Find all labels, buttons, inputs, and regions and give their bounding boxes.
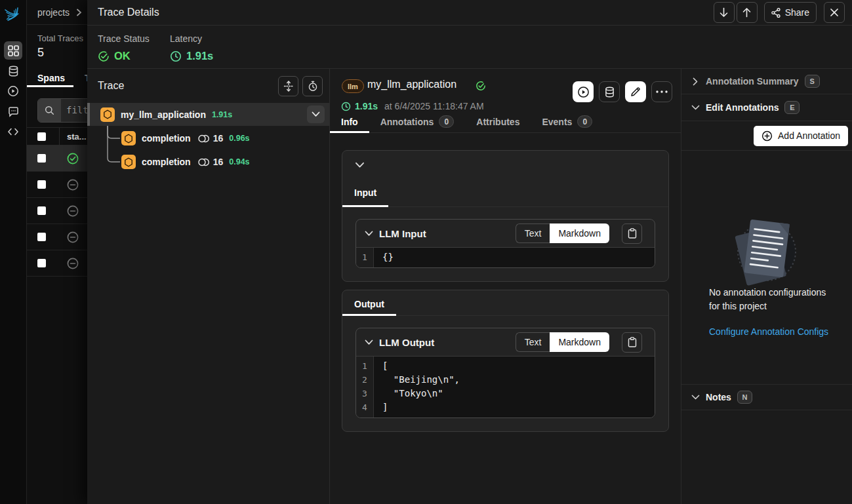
table-row[interactable]	[27, 224, 87, 250]
phoenix-logo[interactable]	[3, 5, 23, 24]
check-circle-icon	[98, 50, 110, 62]
tab-annotations[interactable]: Annotations 0	[369, 112, 466, 133]
code-line: [	[382, 359, 655, 373]
table-row[interactable]	[27, 250, 87, 277]
token-count: 16	[213, 157, 224, 167]
line-number: 3	[356, 387, 373, 400]
database-icon	[604, 87, 615, 98]
code-line: ]	[382, 400, 655, 414]
filter-input[interactable]: filter...	[37, 98, 87, 123]
replay-button[interactable]	[573, 81, 594, 102]
close-button[interactable]	[824, 2, 845, 23]
table-row[interactable]	[27, 172, 87, 198]
spans-table-header: sta...	[27, 127, 87, 145]
dataset-button[interactable]	[599, 81, 620, 102]
nav-playground-icon[interactable]	[4, 82, 22, 100]
span-kind-chip: llm	[342, 79, 364, 93]
tree-row-child[interactable]: completion 16 0.94s	[87, 150, 329, 174]
expand-collapse-button[interactable]	[278, 76, 298, 96]
copy-button[interactable]	[622, 332, 642, 353]
add-annotation-row: Add Annotation	[681, 121, 852, 151]
llm-output-code: 1 2 3 4 [ "Beijing\n", "Tokyo\n" ]	[356, 356, 655, 417]
collapse-children-button[interactable]	[307, 106, 325, 123]
code-line: "Tokyo\n"	[382, 387, 655, 400]
token-count-icon	[198, 158, 210, 166]
row-checkbox[interactable]	[37, 154, 46, 163]
clock-icon	[341, 102, 351, 111]
close-icon	[830, 8, 839, 17]
code-line: {}	[382, 250, 655, 264]
edit-annotations-button[interactable]	[625, 81, 646, 102]
next-trace-button[interactable]	[737, 2, 758, 23]
tree-row-root[interactable]: my_llm_application 1.91s	[87, 103, 329, 126]
span-detail-header: llm my_llm_application 1.91s at 6/4/2025…	[330, 69, 681, 133]
spans-table: sta...	[27, 127, 87, 277]
edit-annotations-label: Edit Annotations	[706, 102, 779, 113]
token-count-icon	[198, 134, 210, 143]
status-unset-icon	[66, 178, 79, 191]
select-all-checkbox[interactable]	[37, 132, 46, 141]
nav-datasets-icon[interactable]	[4, 62, 22, 80]
row-checkbox[interactable]	[37, 206, 46, 215]
share-icon	[771, 8, 781, 18]
chevron-down-icon[interactable]	[365, 339, 373, 345]
status-column-header[interactable]: sta...	[67, 132, 87, 142]
clock-icon	[170, 50, 182, 62]
input-tab[interactable]: Input	[342, 178, 388, 207]
notes-section[interactable]: Notes N	[681, 385, 852, 410]
nav-apis-icon[interactable]	[4, 123, 22, 141]
root-span-name: my_llm_application	[121, 109, 206, 120]
chevron-down-icon[interactable]	[365, 231, 373, 237]
output-tab[interactable]: Output	[342, 290, 396, 316]
line-number: 2	[356, 373, 373, 387]
tab-events[interactable]: Events 0	[531, 112, 603, 133]
add-annotation-button[interactable]: Add Annotation	[754, 126, 848, 146]
copy-button[interactable]	[622, 223, 642, 244]
table-row[interactable]	[27, 145, 87, 172]
child-span-name: completion	[142, 157, 191, 167]
text-toggle[interactable]: Text	[516, 223, 550, 243]
latency-value: 1.91s	[186, 50, 213, 62]
child-span-duration: 0.94s	[229, 157, 249, 166]
chevron-down-icon	[312, 111, 320, 117]
line-number: 1	[356, 250, 373, 264]
status-unset-icon	[66, 231, 79, 244]
nav-prompts-icon[interactable]	[4, 102, 22, 121]
events-count-badge: 0	[577, 115, 592, 128]
play-circle-icon	[577, 86, 590, 98]
more-actions-button[interactable]	[651, 81, 672, 102]
row-checkbox[interactable]	[37, 180, 46, 189]
tab-spans[interactable]: Spans	[37, 73, 65, 83]
annotations-count-badge: 0	[439, 115, 454, 128]
edit-annotations-section[interactable]: Edit Annotations E	[681, 94, 852, 121]
status-unset-icon	[66, 204, 79, 218]
tab-attributes[interactable]: Attributes	[465, 112, 531, 133]
configure-annotation-configs-link[interactable]: Configure Annotation Configs	[709, 326, 828, 337]
llm-span-icon	[121, 155, 136, 169]
tree-row-child[interactable]: completion 16 0.96s	[87, 126, 329, 150]
tab-info[interactable]: Info	[330, 112, 369, 133]
collapse-section-button[interactable]	[342, 151, 668, 178]
annotations-empty-state: No annotation configurations for this pr…	[681, 151, 852, 385]
row-checkbox[interactable]	[37, 259, 46, 267]
previous-trace-button[interactable]	[714, 2, 735, 23]
nav-projects-grid-icon[interactable]	[4, 41, 22, 60]
ellipsis-icon	[656, 90, 668, 93]
annotation-summary-section[interactable]: Annotation Summary S	[681, 69, 852, 94]
llm-output-title: LLM Output	[379, 337, 434, 348]
share-button[interactable]: Share	[764, 2, 817, 23]
input-view-toggle: Text Markdown	[516, 223, 609, 243]
row-checkbox[interactable]	[37, 233, 46, 241]
table-row[interactable]	[27, 198, 87, 224]
markdown-toggle[interactable]: Markdown	[550, 332, 609, 352]
markdown-toggle[interactable]: Markdown	[550, 223, 609, 243]
timing-button[interactable]	[302, 76, 323, 96]
breadcrumb-projects[interactable]: projects	[37, 7, 70, 18]
span-title: my_llm_application	[367, 79, 456, 90]
chevron-right-icon	[693, 77, 698, 86]
filter-placeholder: filter...	[61, 99, 87, 122]
span-timestamp: at 6/4/2025 11:18:47 AM	[384, 101, 484, 111]
line-number: 4	[356, 400, 373, 414]
text-toggle[interactable]: Text	[516, 332, 550, 352]
breadcrumb[interactable]: projects	[27, 0, 87, 25]
